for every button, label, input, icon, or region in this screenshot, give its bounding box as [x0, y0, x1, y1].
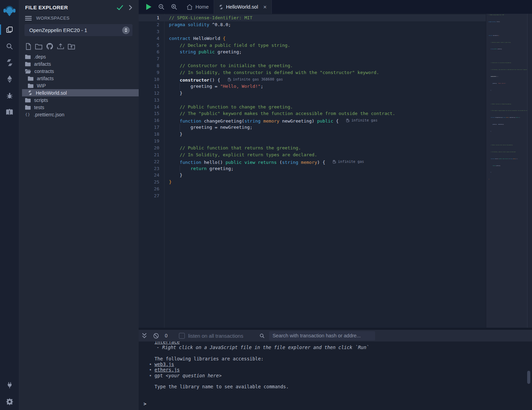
gas-icon	[228, 77, 231, 82]
check-icon[interactable]	[117, 5, 123, 10]
activity-item-learneth[interactable]	[0, 104, 19, 120]
activity-bar	[0, 0, 19, 410]
zoom-out-icon[interactable]	[158, 3, 165, 10]
terminal-line: - Right click on a JavaScript file in th…	[139, 345, 532, 350]
run-script-button[interactable]	[146, 3, 152, 10]
tree-item-.prettierrc.json[interactable]: {}.prettierrc.json	[19, 111, 139, 118]
create-file-icon[interactable]	[25, 43, 31, 50]
upload-file-icon[interactable]	[57, 43, 64, 50]
tree-item-label: tests	[34, 105, 44, 110]
solidity-file-icon	[219, 4, 223, 10]
line-number: 9	[139, 69, 159, 76]
panel-title: FILE EXPLORER	[25, 4, 111, 10]
clear-console-icon[interactable]	[153, 333, 159, 339]
terminal-link-ethers.js[interactable]: ethers.js	[155, 367, 180, 372]
tree-item-WIP[interactable]: WIP	[19, 82, 139, 89]
line-number: 18	[139, 131, 159, 138]
terminal-line: gpt <your question here>	[139, 373, 532, 378]
activity-item-remix-logo[interactable]	[0, 0, 19, 21]
hamburger-menu-icon[interactable]	[25, 16, 32, 21]
editor-scrollbar-track[interactable]	[528, 14, 532, 328]
create-folder-icon[interactable]	[35, 43, 42, 50]
folder-icon	[25, 62, 31, 66]
line-number: 17	[139, 124, 159, 131]
tree-item-.deps[interactable]: .deps	[19, 53, 139, 60]
plug-icon	[6, 381, 13, 389]
gas-estimate-badge: infinite gas 368600 gas	[228, 76, 283, 83]
tree-item-label: .prettierrc.json	[34, 112, 64, 117]
zoom-in-icon[interactable]	[171, 3, 178, 10]
listen-transactions-checkbox[interactable]	[179, 333, 185, 339]
terminal-line: ethers.js	[139, 367, 532, 372]
gear-icon	[6, 398, 13, 406]
upload-folder-icon[interactable]	[68, 43, 75, 50]
terminal-search-icon	[259, 333, 265, 339]
terminal-link-web3.js[interactable]: web3.js	[155, 361, 174, 367]
line-number: 12	[139, 90, 159, 97]
close-tab-icon[interactable]: ×	[263, 4, 267, 10]
line-number: 25	[139, 179, 159, 186]
gas-estimate-badge: infinite gas	[346, 117, 377, 124]
file-tree: .depsartifactscontractsartifactsWIPHello…	[19, 52, 139, 118]
minimap[interactable]: // SPDX-License-Identifier: MITpragma so…	[486, 14, 528, 328]
tree-item-label: artifacts	[34, 61, 51, 67]
tab-Home[interactable]: Home	[182, 0, 214, 14]
terminal-line	[139, 350, 532, 356]
minimap-code: // SPDX-License-Identifier: MITpragma so…	[486, 14, 527, 200]
tree-item-label: WIP	[37, 83, 46, 88]
search-icon	[6, 42, 13, 50]
workspace-name: OpenZeppelin ERC20 - 1	[29, 27, 122, 33]
gas-estimate-badge: infinite gas	[333, 158, 364, 165]
line-number: 20	[139, 145, 159, 151]
tree-item-scripts[interactable]: scripts	[19, 96, 139, 104]
line-number: 15	[139, 110, 159, 117]
solidity-file-icon	[28, 90, 32, 95]
file-explorer-panel: FILE EXPLORER WORKSPACES OpenZeppelin ER…	[19, 0, 139, 410]
terminal-prompt[interactable]: >	[143, 401, 146, 407]
line-number: 16	[139, 117, 159, 124]
line-number: 11	[139, 83, 159, 90]
terminal-output[interactable]: interface- Right click on a JavaScript f…	[139, 341, 532, 410]
terminal-toolbar: 0 listen on all transactions	[139, 330, 532, 341]
tree-item-contracts[interactable]: contracts	[19, 67, 139, 75]
line-number: 26	[139, 186, 159, 192]
line-number: 27	[139, 192, 159, 199]
activity-item-solidity-compiler[interactable]	[0, 54, 19, 71]
activity-item-file-explorer[interactable]	[0, 21, 19, 38]
activity-item-plugin-manager[interactable]	[0, 377, 19, 393]
folder-open-icon	[25, 69, 31, 74]
tree-item-label: .deps	[34, 54, 46, 60]
terminal-scrollbar-thumb[interactable]	[527, 371, 530, 384]
minimize-terminal-icon[interactable]	[142, 333, 147, 338]
terminal-search-input[interactable]	[269, 331, 375, 340]
editor-region: HomeHelloWorld.sol× 1// SPDX-License-Ide…	[139, 0, 532, 328]
tree-item-label: artifacts	[37, 76, 54, 81]
workspaces-row: WORKSPACES	[19, 12, 139, 21]
terminal-panel: 0 listen on all transactions interface- …	[139, 328, 532, 410]
workspace-select[interactable]: OpenZeppelin ERC20 - 1	[24, 24, 132, 36]
activity-item-settings[interactable]	[0, 393, 19, 410]
tree-item-artifacts[interactable]: artifacts	[19, 75, 139, 82]
tab-HelloWorld.sol[interactable]: HelloWorld.sol×	[214, 0, 272, 14]
file-explorer-header: FILE EXPLORER	[19, 0, 139, 12]
line-number: 2	[139, 21, 159, 28]
gas-icon	[346, 118, 350, 123]
line-number: 3	[139, 28, 159, 35]
tree-item-label: contracts	[34, 69, 54, 74]
activity-item-search[interactable]	[0, 38, 19, 54]
line-number: 19	[139, 138, 159, 145]
tree-item-artifacts[interactable]: artifacts	[19, 60, 139, 67]
line-number: 6	[139, 49, 159, 55]
tree-item-tests[interactable]: tests	[19, 104, 139, 111]
tab-strip: HomeHelloWorld.sol×	[182, 0, 272, 14]
line-number: 5	[139, 42, 159, 49]
line-number: 1	[139, 14, 159, 21]
code-editor[interactable]: 1// SPDX-License-Identifier: MIT2pragma …	[139, 14, 486, 328]
activity-item-deploy-and-run[interactable]	[0, 71, 19, 87]
chevron-right-icon[interactable]	[128, 5, 132, 10]
pending-tx-count: 0	[165, 333, 168, 338]
activity-item-debugger[interactable]	[0, 87, 19, 104]
remix-icon	[3, 4, 16, 17]
tree-item-HelloWorld.sol[interactable]: HelloWorld.sol	[22, 89, 139, 96]
clone-repository-icon[interactable]	[46, 43, 53, 50]
